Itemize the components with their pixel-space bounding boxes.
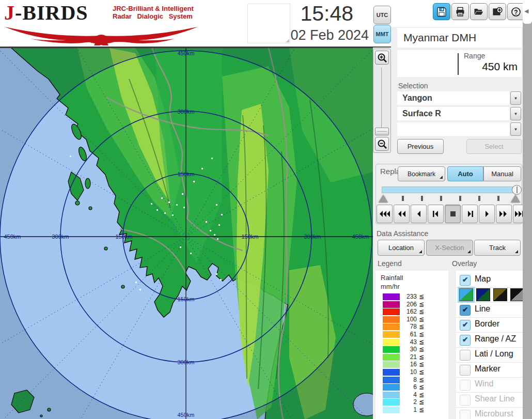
lati-long-checkbox[interactable] [460, 350, 471, 361]
play-icon [481, 210, 493, 218]
add-image-button[interactable] [489, 3, 506, 20]
overlay-row-microburst: Microburst [456, 408, 523, 419]
legend-operator: ≦ [419, 391, 424, 398]
utc-button[interactable]: UTC [373, 6, 391, 24]
track-button[interactable]: Track [474, 240, 521, 256]
auto-mode-button[interactable]: Auto [447, 166, 483, 181]
legend-entry: 206≦ [375, 301, 448, 308]
map-checkbox[interactable]: ✔ [460, 275, 471, 286]
legend-unit: mm/hr [381, 283, 400, 290]
print-icon [455, 7, 465, 17]
map-zoom-control [373, 49, 391, 153]
fast-rewind-icon [396, 210, 408, 218]
legend-entry: 2≦ [375, 398, 448, 406]
step-back-icon [430, 210, 442, 218]
site-dropdown-value[interactable]: Yangon [397, 91, 509, 105]
svg-text:?: ? [514, 8, 518, 15]
legend-color-swatch [383, 301, 400, 308]
radar-map[interactable]: 450km300km150km150km300km450km450km300km… [0, 48, 373, 419]
overlay-item-label: Line [475, 304, 490, 314]
rain-echo [172, 214, 174, 216]
replay-slider-track[interactable] [382, 187, 518, 193]
open-folder-button[interactable] [470, 3, 488, 20]
range-ring-label: 300km [177, 108, 194, 115]
legend-operator: ≦ [419, 361, 424, 368]
main-toolbar: ? [433, 3, 525, 20]
line-checkbox[interactable]: ✔ [460, 305, 471, 316]
legend-value: 16 [399, 361, 417, 368]
map-style-1[interactable] [459, 288, 473, 301]
mmt-button[interactable]: MMT [373, 25, 391, 43]
stop-icon [447, 210, 459, 218]
rain-echo [183, 207, 185, 208]
slider-tick [421, 196, 423, 201]
border-checkbox[interactable]: ✔ [460, 320, 471, 331]
bookmark-button[interactable]: Bookmark [398, 166, 445, 181]
overlay-row-shear-line: Shear Line [456, 393, 523, 408]
product-dropdown-value[interactable]: Surface R [397, 107, 509, 120]
map-style-2[interactable] [476, 288, 490, 301]
x-section-button[interactable]: X-Section [426, 240, 473, 256]
step-forward-button[interactable] [462, 205, 478, 223]
range-ring-label: 150km [241, 234, 258, 240]
stop-button[interactable] [445, 205, 461, 223]
manual-mode-button[interactable]: Manual [483, 166, 521, 181]
replay-range-start-marker[interactable] [379, 195, 388, 203]
rain-echo [201, 168, 203, 169]
option-dropdown-value[interactable] [397, 122, 509, 136]
rain-echo [193, 181, 195, 182]
chevron-down-icon: ▼ [514, 127, 518, 132]
replay-slider-thumb[interactable] [512, 185, 522, 195]
zoom-out-icon [377, 139, 387, 149]
replay-range-end-marker[interactable] [511, 195, 520, 203]
overlay-row-lati-long: Lati / Long [456, 348, 523, 363]
legend-value: 4 [399, 391, 417, 398]
zoom-in-button[interactable] [375, 51, 389, 65]
slider-tick [440, 196, 442, 201]
print-button[interactable] [451, 3, 469, 20]
step-back-button[interactable] [428, 205, 444, 223]
range-ring-label: 450km [4, 234, 21, 240]
option-dropdown-button[interactable]: ▼ [510, 122, 521, 136]
product-dropdown-button[interactable]: ▼ [510, 107, 521, 120]
range-az-checkbox[interactable]: ✔ [460, 335, 471, 346]
play-button[interactable] [479, 205, 495, 223]
range-value: 450 km [444, 60, 518, 73]
legend-operator: ≦ [419, 316, 424, 323]
legend-entry: 1≦ [375, 406, 448, 413]
legend-entry: 8≦ [375, 376, 448, 383]
legend-entry: 16≦ [375, 361, 448, 368]
legend-entry: 43≦ [375, 338, 448, 346]
rain-echo [220, 279, 222, 281]
fast-rewind-button[interactable] [394, 205, 410, 223]
legend-color-swatch [383, 361, 400, 368]
legend-color-swatch [383, 369, 400, 376]
map-style-4[interactable] [510, 288, 524, 301]
zoom-out-button[interactable] [375, 137, 389, 151]
legend-color-swatch [383, 354, 400, 361]
radar-map-area[interactable]: 450km300km150km150km300km450km450km300km… [0, 48, 373, 419]
site-dropdown-button[interactable]: ▼ [510, 91, 521, 105]
legend-color-swatch [383, 339, 400, 346]
zoom-slider-track[interactable] [381, 68, 383, 130]
map-style-3[interactable] [493, 288, 507, 301]
logo-accent-letter: J [4, 1, 15, 24]
zoom-slider-thumb[interactable] [375, 128, 389, 135]
rain-echo [190, 253, 192, 254]
overlay-item-label: Range / AZ [475, 334, 516, 344]
marker-checkbox[interactable] [460, 365, 471, 376]
legend-operator: ≦ [419, 368, 424, 376]
play-reverse-button[interactable] [411, 205, 427, 223]
header: J-BIRDS JRC-Brilliant & Intelligent Rada… [0, 0, 391, 48]
legend-value: 6 [399, 383, 417, 391]
jbirds-application: J-BIRDS JRC-Brilliant & Intelligent Rada… [0, 0, 532, 419]
location-button[interactable]: Location [378, 240, 425, 256]
legend-color-swatch [383, 331, 400, 338]
fast-forward-button[interactable] [496, 205, 512, 223]
skip-to-start-button[interactable] [377, 205, 393, 223]
help-button[interactable]: ? [507, 3, 525, 20]
select-button[interactable]: Select [466, 139, 522, 154]
legend-color-swatch [383, 323, 400, 330]
save-button[interactable] [433, 3, 450, 20]
previous-button[interactable]: Previous [397, 139, 444, 154]
